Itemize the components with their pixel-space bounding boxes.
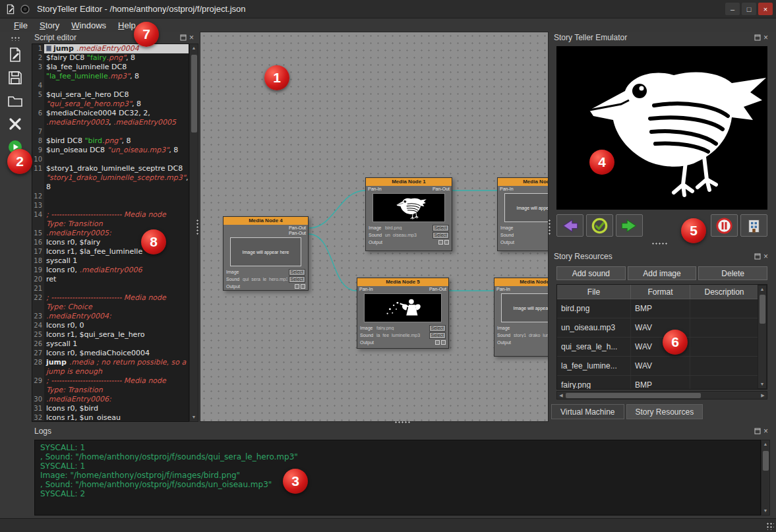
back-button[interactable]	[556, 214, 583, 237]
resize-grip[interactable]	[766, 522, 774, 530]
table-row[interactable]: la_fee_lumine...WAV	[557, 357, 759, 376]
close-panel-icon[interactable]: ×	[761, 427, 770, 436]
menu-story[interactable]: Story	[34, 20, 65, 31]
table-row[interactable]: bird.pngBMP	[557, 299, 759, 318]
scroll-down-icon[interactable]: ▼	[190, 413, 198, 421]
output-icon[interactable]	[441, 340, 446, 345]
code-line: 24lcons r0, 0	[32, 321, 189, 330]
code-line: 8$bird DC8 "bird.png", 8	[32, 136, 189, 146]
scroll-down-icon[interactable]: ▼	[761, 507, 769, 515]
maximize-button[interactable]: □	[742, 3, 756, 15]
new-script-button[interactable]	[7, 46, 24, 63]
logs-scrollbar[interactable]: ▲ ▼	[761, 440, 770, 516]
undock-panel-icon[interactable]	[753, 252, 761, 261]
code-line: 31lcons r0, $bird	[32, 404, 189, 413]
node-graph-canvas[interactable]: Media Node 4Pan-OutPan-OutImage will app…	[200, 32, 549, 422]
close-panel-icon[interactable]: ×	[761, 34, 770, 42]
media-node[interactable]: Media Node 4Pan-OutPan-OutImage will app…	[223, 216, 309, 291]
node-title: Media Node 2	[498, 178, 549, 186]
log-line: SYSCALL: 1	[40, 443, 755, 452]
media-node[interactable]: Media Node 1Pan-InPan-OutImagebird.pngSe…	[365, 177, 452, 251]
select-button[interactable]: Select	[429, 332, 446, 339]
scrollbar-thumb[interactable]	[760, 295, 765, 324]
delete-button[interactable]: Delete	[698, 266, 767, 280]
code-area[interactable]: 1jump .mediaEntry00042$fairy DC8 "fairy.…	[32, 44, 189, 422]
output-icon[interactable]	[301, 284, 305, 289]
splitter-grip[interactable]	[651, 242, 669, 245]
close-panel-icon[interactable]: ×	[761, 252, 770, 261]
table-row[interactable]: fairy.pngBMP	[557, 376, 759, 390]
media-node[interactable]: Media Node 2Pan-InImage will appear here…	[497, 177, 549, 251]
output-icon[interactable]	[438, 240, 443, 245]
column-header-format[interactable]: Format	[631, 285, 690, 299]
annotation-badge-5: 5	[681, 218, 706, 243]
resources-buttons: Add soundAdd imageDelete	[556, 266, 767, 280]
splitter-grip[interactable]	[394, 421, 411, 424]
scroll-down-icon[interactable]: ▼	[758, 380, 766, 388]
add-image-button[interactable]: Add image	[628, 266, 697, 280]
undock-panel-icon[interactable]	[179, 34, 187, 42]
code-line: 3$la_fee_luminelle DC8	[32, 63, 189, 72]
title-bar[interactable]: StoryTeller Editor - /home/anthony/ostpr…	[0, 0, 776, 18]
close-panel-icon[interactable]: ×	[187, 34, 196, 42]
current-line-icon	[46, 45, 51, 51]
output-icon[interactable]	[444, 240, 449, 245]
media-node[interactable]: Media Node 5Pan-InPan-OutImagefairy.pngS…	[357, 278, 449, 349]
minimize-button[interactable]: –	[725, 3, 740, 15]
splitter-grip[interactable]	[196, 219, 199, 235]
select-button[interactable]: Select	[289, 276, 305, 283]
table-body: bird.pngBMPun_oiseau.mp3WAVqui_sera_le_h…	[557, 299, 767, 390]
splitter-grip[interactable]	[548, 219, 551, 235]
home-button[interactable]	[740, 214, 767, 237]
menu-windows[interactable]: Windows	[65, 20, 112, 31]
select-button[interactable]: Select	[429, 325, 446, 332]
port-in-label: Pan-In	[500, 187, 514, 192]
ok-button[interactable]	[586, 214, 613, 237]
column-header-description[interactable]: Description	[690, 285, 759, 299]
log-line: Image: "/home/anthony/ostproj/f/images/b…	[40, 471, 755, 480]
emulator-screen	[556, 46, 767, 210]
image-placeholder: Image will appear here	[501, 293, 549, 322]
scrollbar-thumb[interactable]	[191, 55, 197, 133]
resources-panel: Story Resources × Add soundAdd imageDele…	[551, 251, 773, 399]
next-button[interactable]	[616, 214, 643, 237]
log-line: SYSCALL: 2	[40, 489, 755, 498]
table-row[interactable]: un_oiseau.mp3WAV	[557, 318, 759, 338]
table-row[interactable]: qui_sera_le_h...WAV	[557, 338, 759, 357]
table-hscrollbar[interactable]: ◀ ▶	[556, 391, 767, 399]
save-button[interactable]	[7, 69, 24, 86]
node-title: Media Node 4	[224, 217, 308, 225]
code-line: 5$qui_sera_le_hero DC8	[32, 90, 189, 100]
code-line: jump is enough	[32, 367, 189, 376]
table-header: FileFormatDescription	[557, 285, 759, 299]
scroll-up-icon[interactable]: ▲	[761, 440, 769, 448]
select-button[interactable]: Select	[289, 269, 305, 276]
annotation-badge-1: 1	[264, 65, 289, 90]
tab-virtual-machine[interactable]: Virtual Machine	[551, 404, 624, 419]
scrollbar-thumb[interactable]	[763, 451, 769, 471]
scroll-right-icon[interactable]: ▶	[759, 392, 767, 399]
open-button[interactable]	[7, 92, 24, 109]
toolbar-grip[interactable]	[11, 36, 20, 41]
pause-button[interactable]	[711, 214, 738, 237]
media-node[interactable]: Media Node 3Pan-InImage will appear here…	[494, 278, 549, 357]
scrollbar-thumb[interactable]	[566, 393, 701, 398]
add-sound-button[interactable]: Add sound	[556, 266, 626, 280]
port-out-label: Pan-Out	[289, 231, 306, 236]
scroll-up-icon[interactable]: ▲	[758, 285, 766, 293]
table-scrollbar[interactable]: ▲ ▼	[758, 285, 767, 389]
code-line: 11$story1_drako_luminelle_sceptre DC8	[32, 164, 189, 173]
scroll-up-icon[interactable]: ▲	[190, 44, 198, 52]
select-button[interactable]: Select	[433, 232, 449, 239]
output-icon[interactable]	[435, 340, 440, 345]
undock-panel-icon[interactable]	[753, 34, 761, 42]
close-button[interactable]: ×	[758, 3, 773, 15]
column-header-file[interactable]: File	[557, 285, 631, 299]
menu-file[interactable]: File	[8, 20, 34, 31]
output-icon[interactable]	[295, 284, 299, 289]
select-button[interactable]: Select	[433, 225, 449, 231]
delete-button[interactable]	[7, 115, 24, 133]
tab-story-resources[interactable]: Story Resources	[626, 404, 703, 419]
undock-panel-icon[interactable]	[753, 427, 761, 436]
scroll-left-icon[interactable]: ◀	[557, 392, 565, 399]
